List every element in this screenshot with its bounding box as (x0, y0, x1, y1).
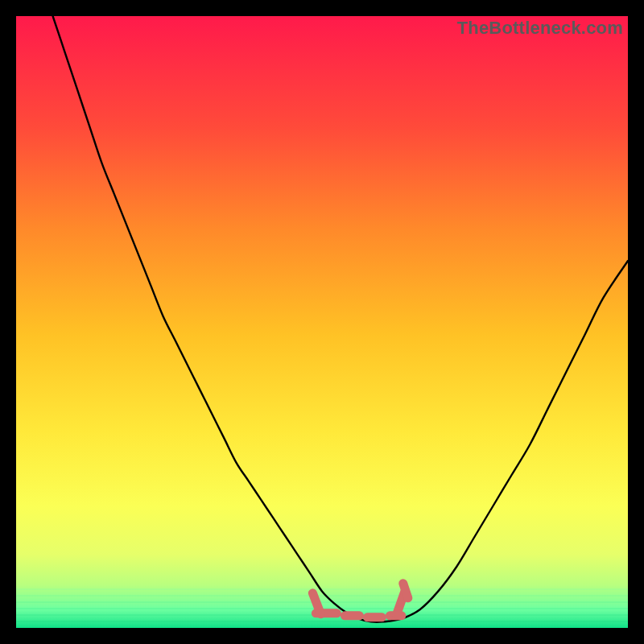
bottleneck-chart (16, 16, 628, 628)
chart-frame: TheBottleneck.com (16, 16, 628, 628)
watermark-text: TheBottleneck.com (457, 18, 623, 39)
svg-line-12 (403, 584, 408, 598)
gradient-background (16, 16, 628, 628)
